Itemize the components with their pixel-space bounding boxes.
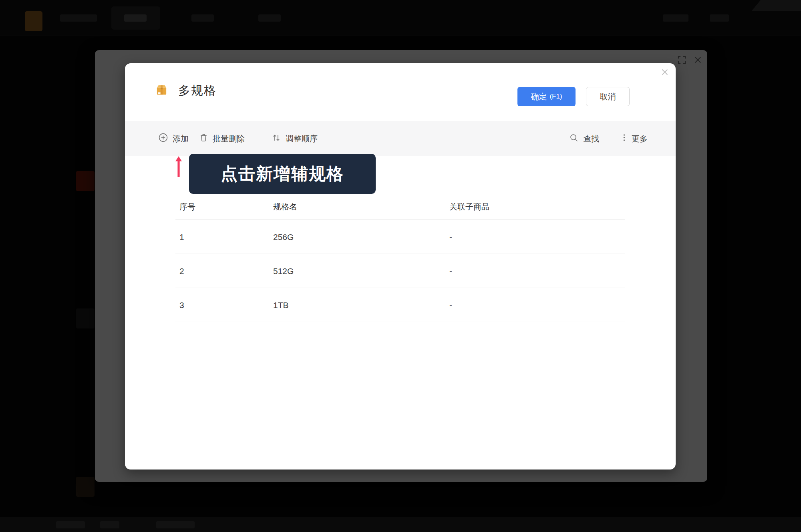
trash-icon — [199, 133, 208, 144]
cell-name: 1TB — [273, 288, 289, 322]
dimmed-nav-item — [60, 14, 97, 22]
search-label: 查找 — [583, 133, 599, 144]
spec-table: 序号 规格名 关联子商品 1 256G - 2 512G - 3 1TB - — [175, 193, 625, 322]
dimmed-nav-item — [124, 14, 147, 22]
add-button[interactable]: 添加 — [158, 121, 189, 156]
dialog-title-group: 多规格 — [155, 83, 217, 99]
cell-no: 3 — [179, 288, 184, 322]
dimmed-status-text — [156, 521, 195, 528]
search-icon — [569, 133, 579, 145]
cell-no: 2 — [179, 254, 184, 288]
dimmed-app-logo — [25, 11, 42, 31]
column-header-name: 规格名 — [273, 193, 297, 220]
kebab-menu-icon — [620, 133, 628, 144]
table-header-row: 序号 规格名 关联子商品 — [175, 193, 625, 220]
cell-no: 1 — [179, 220, 184, 254]
search-button[interactable]: 查找 — [569, 121, 599, 156]
dimmed-sidebar-thumbnail — [76, 477, 95, 497]
confirm-label: 确定 — [531, 91, 547, 102]
sort-arrows-icon — [272, 133, 281, 145]
batch-delete-button[interactable]: 批量删除 — [199, 121, 245, 156]
dialog-title: 多规格 — [178, 83, 217, 99]
dimmed-app-header — [0, 0, 801, 36]
plus-circle-icon — [158, 133, 168, 145]
cell-linked: - — [449, 220, 452, 254]
package-icon — [155, 84, 168, 98]
confirm-button[interactable]: 确定 (F1) — [517, 87, 576, 106]
dimmed-status-text — [56, 521, 85, 528]
cell-linked: - — [449, 254, 452, 288]
dialog-toolbar: 添加 批量删除 调整顺 — [125, 121, 676, 156]
cancel-label: 取消 — [600, 91, 616, 102]
table-row[interactable]: 3 1TB - — [175, 288, 625, 322]
dimmed-sidebar-thumbnail — [76, 171, 95, 191]
dimmed-user-item — [663, 14, 688, 22]
cancel-button[interactable]: 取消 — [586, 87, 630, 106]
dimmed-app-statusbar — [0, 517, 801, 532]
column-header-linked: 关联子商品 — [449, 193, 489, 220]
coachmark-text: 点击新增辅规格 — [221, 163, 344, 185]
more-label: 更多 — [632, 133, 648, 144]
close-icon — [660, 68, 669, 78]
coachmark-tooltip: 点击新增辅规格 — [189, 154, 376, 194]
cell-name: 256G — [273, 220, 294, 254]
dimmed-sidebar-thumbnail — [76, 308, 95, 328]
dialog-close-button[interactable] — [660, 68, 670, 78]
up-arrow-icon — [175, 156, 182, 177]
dimmed-nav-item — [191, 14, 214, 22]
dimmed-status-text — [100, 521, 119, 528]
table-row[interactable]: 1 256G - — [175, 220, 625, 254]
maximize-icon — [677, 55, 686, 66]
maximize-button[interactable] — [677, 56, 686, 65]
dimmed-window-controls — [752, 0, 801, 11]
cell-linked: - — [449, 288, 452, 322]
more-button[interactable]: 更多 — [620, 121, 648, 156]
confirm-hotkey: (F1) — [549, 93, 562, 101]
dimmed-nav-item — [258, 14, 281, 22]
reorder-label: 调整顺序 — [286, 133, 318, 144]
column-header-no: 序号 — [179, 193, 195, 220]
multi-spec-dialog: 多规格 确定 (F1) 取消 添加 — [125, 63, 676, 470]
reorder-button[interactable]: 调整顺序 — [272, 121, 318, 156]
dimmed-user-item — [710, 14, 729, 22]
screen: 多规格 确定 (F1) 取消 添加 — [0, 0, 801, 532]
table-row[interactable]: 2 512G - — [175, 254, 625, 288]
batch-delete-label: 批量删除 — [213, 133, 245, 144]
close-icon — [693, 55, 702, 66]
add-label: 添加 — [173, 133, 189, 144]
panel-close-button[interactable] — [693, 56, 702, 65]
cell-name: 512G — [273, 254, 294, 288]
